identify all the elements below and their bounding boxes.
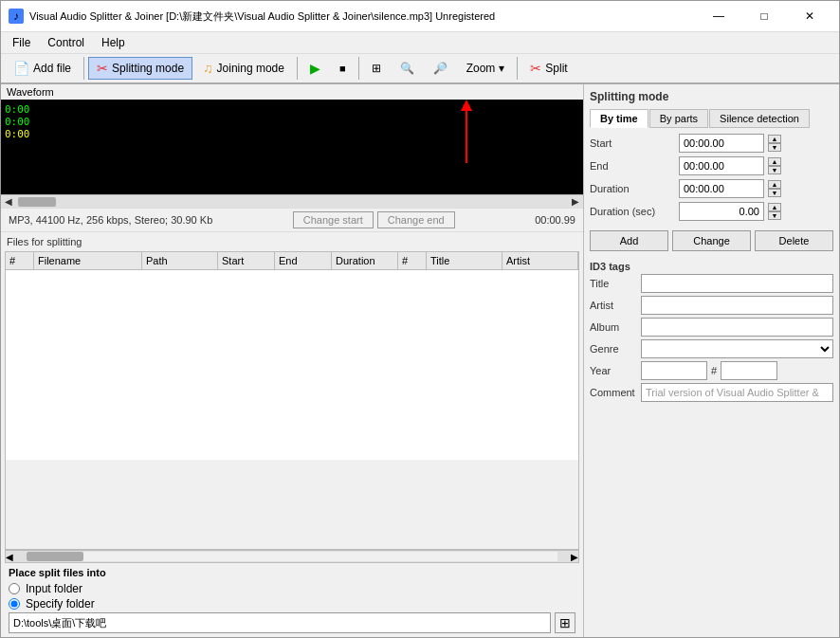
- action-buttons: Add Change Delete: [590, 230, 833, 251]
- arrow-line: [466, 111, 467, 163]
- comment-tag-label: Comment: [590, 387, 637, 398]
- album-tag-row: Album: [590, 318, 833, 337]
- artist-tag-row: Artist: [590, 296, 833, 315]
- files-scroll-left[interactable]: ◀: [6, 552, 13, 562]
- zoom-out-icon: 🔍: [400, 62, 414, 75]
- add-button[interactable]: Add: [590, 230, 668, 251]
- end-spin-up[interactable]: ▲: [768, 157, 781, 166]
- place-split-title: Place split files into: [9, 567, 575, 578]
- waveform-scrollbar[interactable]: ◀ ▶: [1, 194, 583, 208]
- id3-section-label: ID3 tags: [590, 261, 833, 272]
- artist-tag-input[interactable]: [641, 296, 833, 315]
- window-title: Visual Audio Splitter & Joiner [D:\新建文件夹…: [29, 9, 495, 24]
- scroll-thumb[interactable]: [18, 197, 56, 207]
- col-path: Path: [142, 252, 218, 269]
- file-info-bar: MP3, 44100 Hz, 256 kbps, Stereo; 30.90 K…: [1, 208, 583, 232]
- specify-folder-radio[interactable]: [9, 598, 20, 610]
- menu-bar: File Control Help: [1, 32, 839, 54]
- waveform-display[interactable]: 0:00 0:00 0:00: [1, 100, 583, 194]
- duration-sec-spin: ▲ ▼: [768, 203, 781, 220]
- menu-control[interactable]: Control: [40, 34, 92, 51]
- album-tag-input[interactable]: [641, 318, 833, 337]
- file-info-buttons: Change start Change end: [293, 211, 455, 228]
- files-table-header: # Filename Path Start End Duration # Tit…: [6, 252, 578, 270]
- add-file-button[interactable]: 📄 Add file: [5, 57, 80, 80]
- title-tag-label: Title: [590, 278, 637, 289]
- col-start: Start: [218, 252, 275, 269]
- files-scroll-thumb[interactable]: [27, 552, 83, 561]
- split-scissors-icon: ✂: [530, 61, 541, 76]
- close-button[interactable]: ✕: [788, 7, 831, 26]
- zoom-dropdown-button[interactable]: Zoom ▾: [458, 58, 514, 79]
- end-spin-down[interactable]: ▼: [768, 166, 781, 174]
- zoom-in-button[interactable]: 🔎: [425, 58, 456, 79]
- waveform-arrow: [466, 100, 467, 163]
- col-title: Title: [427, 252, 502, 269]
- scroll-right-arrow[interactable]: ▶: [570, 196, 581, 207]
- duration-spin-up[interactable]: ▲: [768, 180, 781, 189]
- tab-silence-detection[interactable]: Silence detection: [709, 109, 810, 128]
- duration-sec-spin-up[interactable]: ▲: [768, 203, 781, 211]
- duration-sec-input[interactable]: [679, 202, 764, 221]
- nav-icon-button[interactable]: ⊞: [363, 58, 390, 79]
- tab-by-parts[interactable]: By parts: [649, 109, 708, 128]
- duration-sec-spin-down[interactable]: ▼: [768, 211, 781, 220]
- duration-sec-row: Duration (sec) ▲ ▼: [590, 202, 833, 221]
- folder-path-row: ⊞: [9, 612, 575, 633]
- year-tag-input[interactable]: [641, 361, 707, 380]
- stop-icon: ■: [339, 63, 346, 74]
- files-scroll-right[interactable]: ▶: [571, 552, 578, 562]
- col-end: End: [275, 252, 332, 269]
- comment-tag-input[interactable]: [641, 383, 833, 402]
- folder-browse-button[interactable]: ⊞: [555, 612, 575, 633]
- duration-spin-down[interactable]: ▼: [768, 189, 781, 197]
- input-folder-radio[interactable]: [9, 583, 20, 594]
- genre-tag-label: Genre: [590, 343, 637, 355]
- play-button[interactable]: ▶: [301, 57, 329, 80]
- scroll-left-arrow[interactable]: ◀: [3, 196, 14, 207]
- folder-path-input[interactable]: [9, 612, 551, 633]
- genre-select[interactable]: [641, 339, 833, 358]
- hash-symbol: #: [711, 365, 717, 376]
- input-folder-label: Input folder: [26, 582, 82, 595]
- start-spin-up[interactable]: ▲: [768, 135, 781, 143]
- add-file-icon: 📄: [13, 61, 29, 76]
- end-label: End: [590, 160, 675, 172]
- hash-tag-input[interactable]: [721, 361, 777, 380]
- splitting-mode-button[interactable]: ✂ Splitting mode: [88, 57, 192, 80]
- scissors-icon: ✂: [97, 61, 108, 76]
- splitting-mode-label: Splitting mode: [112, 62, 184, 75]
- delete-button[interactable]: Delete: [755, 230, 833, 251]
- change-start-button[interactable]: Change start: [293, 211, 374, 228]
- start-spin: ▲ ▼: [768, 135, 781, 152]
- change-button[interactable]: Change: [672, 230, 751, 251]
- splitting-tabs: By time By parts Silence detection: [590, 109, 833, 128]
- title-tag-input[interactable]: [641, 274, 833, 293]
- stop-button[interactable]: ■: [331, 59, 355, 78]
- change-end-button[interactable]: Change end: [377, 211, 455, 228]
- duration-row: Duration ▲ ▼: [590, 179, 833, 198]
- joining-mode-button[interactable]: ♫ Joining mode: [194, 57, 293, 80]
- duration-input[interactable]: [679, 179, 764, 198]
- zoom-out-button[interactable]: 🔍: [392, 58, 423, 79]
- menu-file[interactable]: File: [5, 34, 38, 51]
- waveform-label: Waveform: [1, 84, 583, 100]
- maximize-button[interactable]: □: [742, 7, 786, 26]
- split-button[interactable]: ✂ Split: [521, 57, 575, 80]
- duration-sec-label: Duration (sec): [590, 206, 675, 217]
- arrow-head: [461, 100, 472, 111]
- col-artist: Artist: [502, 252, 578, 269]
- duration-label: Duration: [590, 183, 675, 194]
- tab-by-time[interactable]: By time: [590, 109, 648, 128]
- end-input[interactable]: [679, 156, 764, 175]
- minimize-button[interactable]: —: [697, 7, 740, 26]
- start-input[interactable]: [679, 134, 764, 153]
- files-scrollbar[interactable]: ◀ ▶: [5, 550, 579, 563]
- title-tag-row: Title: [590, 274, 833, 293]
- end-row: End ▲ ▼: [590, 156, 833, 175]
- start-spin-down[interactable]: ▼: [768, 143, 781, 152]
- start-row: Start ▲ ▼: [590, 134, 833, 153]
- menu-help[interactable]: Help: [94, 34, 133, 51]
- comment-tag-row: Comment: [590, 383, 833, 402]
- toolbar-separator-2: [297, 57, 298, 80]
